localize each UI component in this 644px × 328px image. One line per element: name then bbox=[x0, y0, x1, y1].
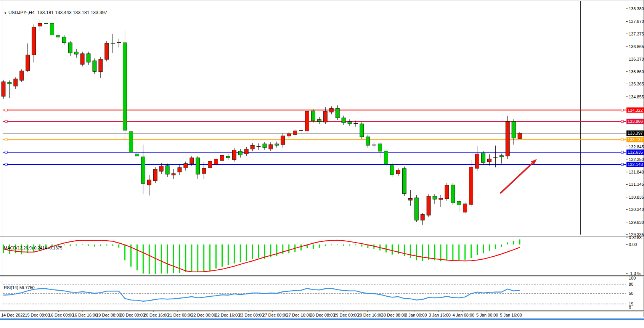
candle-bear bbox=[512, 121, 516, 138]
candle-bull bbox=[469, 167, 473, 204]
candle-bear bbox=[414, 198, 418, 220]
hline-anchor[interactable] bbox=[621, 109, 623, 111]
rsi-axis-label: 0 bbox=[629, 305, 631, 310]
price-axis-label: 131.840 bbox=[629, 170, 644, 174]
hline-134.322-badge-text: 134.322 bbox=[628, 108, 643, 113]
candle-bear bbox=[56, 35, 60, 37]
candle-bear bbox=[336, 108, 339, 118]
price-axis-label: 131.345 bbox=[629, 182, 644, 187]
candle-bull bbox=[14, 79, 18, 86]
candle-bear bbox=[135, 154, 139, 156]
date-axis-label: 5 Jan 16:00 bbox=[500, 313, 522, 317]
bottom-edge-strip bbox=[0, 318, 644, 320]
price-axis-label: 129.830 bbox=[629, 220, 644, 225]
candle-bull bbox=[190, 158, 194, 164]
candle-bear bbox=[226, 156, 230, 158]
candle-bull bbox=[208, 161, 212, 167]
hline-133.137-badge-text: 133.137 bbox=[628, 137, 643, 142]
candle-bull bbox=[202, 168, 206, 174]
date-axis-label: 23 Dec 08:00 bbox=[239, 313, 263, 317]
candle-bull bbox=[251, 145, 254, 149]
hline-anchor[interactable] bbox=[5, 138, 7, 141]
date-axis-label: 15 Dec 08:00 bbox=[25, 313, 50, 317]
date-axis-label: 16 Dec 00:00 bbox=[49, 313, 74, 317]
candle-bull bbox=[220, 155, 224, 161]
date-axis-label: 22 Dec 00:00 bbox=[191, 313, 216, 317]
candle-bull bbox=[20, 71, 24, 80]
candle-bear bbox=[348, 122, 352, 124]
candle-bear bbox=[129, 132, 133, 152]
candle-bull bbox=[178, 167, 181, 172]
date-axis-label: 29 Dec 00:00 bbox=[334, 313, 358, 317]
candle-bear bbox=[451, 185, 455, 203]
symbol-period: USDJPY-,H4 bbox=[8, 10, 35, 15]
hline-anchor[interactable] bbox=[5, 120, 7, 122]
candle-bull bbox=[323, 111, 327, 122]
candle-bear bbox=[74, 52, 78, 54]
hline-anchor[interactable] bbox=[5, 151, 7, 153]
date-axis-label: 4 Jan 08:00 bbox=[453, 313, 475, 317]
candle-bull bbox=[421, 214, 424, 220]
candle-bear bbox=[481, 153, 485, 162]
candle-bear bbox=[8, 82, 11, 84]
candle-bull bbox=[214, 159, 218, 164]
candle-bear bbox=[378, 144, 382, 151]
candle-bull bbox=[305, 111, 309, 131]
price-axis-label: 136.370 bbox=[629, 57, 644, 61]
date-axis-label: 28 Dec 08:00 bbox=[310, 313, 335, 317]
chart-title: ▼USDJPY-,H4 133.181 133.443 133.181 133.… bbox=[4, 10, 107, 15]
price-axis-label: 132.845 bbox=[629, 145, 644, 149]
candle-bull bbox=[159, 166, 163, 171]
candle-bear bbox=[141, 157, 145, 183]
hline-anchor[interactable] bbox=[621, 120, 623, 122]
date-axis-label: 3 Jan 16:00 bbox=[429, 313, 451, 317]
candle-bear bbox=[196, 158, 200, 174]
hline-132.635-badge-text: 132.635 bbox=[628, 150, 643, 154]
price-axis-label: 137.870 bbox=[629, 19, 644, 24]
current-price-badge-text: 133.397 bbox=[628, 131, 643, 135]
candle-bull bbox=[445, 185, 449, 199]
candle-bull bbox=[244, 149, 248, 154]
hline-anchor[interactable] bbox=[621, 151, 623, 153]
candle-bear bbox=[390, 165, 394, 175]
candle-bear bbox=[62, 37, 66, 43]
candle-bear bbox=[68, 43, 72, 53]
candle-bear bbox=[384, 151, 388, 164]
candle-bull bbox=[99, 59, 103, 72]
hline-133.866-badge-text: 133.866 bbox=[628, 119, 643, 124]
candle-bear bbox=[238, 151, 242, 155]
hline-anchor[interactable] bbox=[621, 163, 623, 166]
chart-background bbox=[0, 0, 644, 320]
candle-bull bbox=[293, 131, 297, 135]
price-axis-label: 138.380 bbox=[629, 6, 644, 11]
candle-bear bbox=[50, 23, 54, 35]
candle-bull bbox=[172, 174, 175, 175]
candle-bull bbox=[372, 145, 376, 145]
candle-bull bbox=[184, 164, 188, 168]
collapse-triangle-icon: ▼ bbox=[4, 11, 7, 15]
candle-bull bbox=[281, 136, 285, 145]
price-axis-label: 130.340 bbox=[629, 207, 644, 212]
candle-bull bbox=[475, 154, 479, 168]
candle-bear bbox=[87, 54, 90, 62]
candle-bull bbox=[38, 23, 42, 26]
candle-bear bbox=[165, 166, 169, 174]
candle-bull bbox=[232, 150, 236, 159]
macd-axis-label: -1.375 bbox=[629, 271, 641, 276]
macd-axis-label: 0.00 bbox=[629, 242, 637, 247]
chart-canvas[interactable]: 138.380137.870137.375136.865136.370135.8… bbox=[0, 0, 644, 320]
hline-anchor[interactable] bbox=[5, 109, 7, 111]
candle-bear bbox=[360, 124, 364, 137]
candle-bull bbox=[117, 42, 121, 43]
candle-bull bbox=[153, 169, 157, 181]
hline-anchor[interactable] bbox=[621, 138, 623, 141]
macd-indicator-label: MACD(12,26,9) 0.2414 -0.1375 bbox=[4, 246, 62, 250]
candle-bull bbox=[147, 180, 151, 185]
candle-bull bbox=[408, 198, 412, 200]
date-axis-label: 29 Dec 16:00 bbox=[358, 313, 382, 317]
candle-bull bbox=[396, 170, 400, 174]
hline-anchor[interactable] bbox=[5, 163, 7, 166]
date-axis-label: 16 Dec 16:00 bbox=[72, 313, 97, 317]
candle-bull bbox=[487, 159, 491, 162]
candle-bear bbox=[499, 156, 503, 157]
